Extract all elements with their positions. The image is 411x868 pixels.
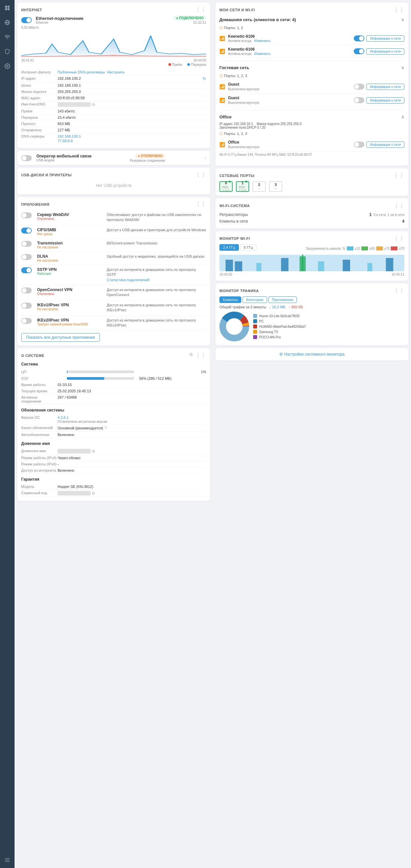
wifi-monitor-menu[interactable]: ⋮⋮ — [394, 235, 404, 242]
app-toggle-0[interactable] — [21, 212, 32, 218]
sidebar-menu-icon[interactable] — [3, 856, 12, 865]
traffic-up: ↑ 850 КБ — [289, 305, 303, 309]
traffic-monitor-menu[interactable]: ⋮⋮ — [394, 287, 404, 294]
app-status-3: Не настроено — [37, 259, 103, 262]
about-card: О СИСТЕМЕ ⚙ ⋮⋮ Система ЦП 1% ОЗУ 56% (28… — [17, 348, 210, 501]
about-menu-icon[interactable]: ⋮⋮ — [196, 352, 206, 359]
filter-configure[interactable]: Настроить — [107, 70, 125, 74]
app-desc-5: Доступ из интернета в домашнюю сеть по п… — [107, 287, 206, 298]
office-net-chevron[interactable]: ∧ — [401, 114, 404, 119]
domain-copy-icon[interactable]: ⧉ — [92, 449, 95, 454]
os-ver-value[interactable]: 4.2.6.1 — [58, 415, 69, 420]
freq-tab-5[interactable]: 5 ГГц — [240, 244, 257, 251]
office-network-section: Office ∧ IP-адрес 192.168.18.1 Маска под… — [219, 113, 404, 159]
guest-ports-row: ⬡ Порты: 1, 2, 3 — [219, 73, 404, 78]
app-name-1: CIFS/SMB — [37, 227, 103, 232]
office-net-header[interactable]: Office ∧ — [219, 113, 404, 121]
app-toggle-3[interactable] — [21, 254, 32, 260]
traffic-tab-clients[interactable]: Клиенты — [219, 297, 241, 303]
os-installed: Установлена актуальная версия — [58, 420, 107, 424]
office-toggle[interactable] — [354, 142, 364, 148]
mac-label: МАС-адрес — [21, 96, 58, 100]
help-icon[interactable]: ? — [105, 426, 107, 430]
home-dev2-info-btn[interactable]: Информация о сети — [366, 48, 404, 55]
networks-menu-icon[interactable]: ⋮⋮ — [394, 7, 404, 13]
freq-tab-24[interactable]: 2,4 ГГц — [219, 244, 239, 251]
sidebar-wifi-icon[interactable] — [3, 32, 12, 42]
apps-menu-icon[interactable]: ⋮⋮ — [196, 201, 206, 208]
app-name-6: IKEv1/IPsec VPN — [37, 303, 103, 307]
dns-value1[interactable]: 192.168.100.1 — [58, 134, 206, 138]
ethernet-name: Ethernet-подключение — [36, 16, 83, 21]
net-ports-menu[interactable]: ⋮⋮ — [394, 172, 404, 179]
usb-menu-icon[interactable]: ⋮⋮ — [196, 172, 206, 178]
guest-net-chevron[interactable]: ∨ — [401, 65, 404, 70]
app-toggle-5[interactable] — [21, 287, 32, 293]
home-net-chevron[interactable]: ∨ — [401, 17, 404, 22]
sidebar-grid-icon[interactable] — [3, 3, 12, 12]
app-status-6: Не настроено — [37, 307, 103, 311]
internet-access-value: Включено — [58, 468, 206, 472]
traffic-tab-apps[interactable]: Приложения — [268, 297, 297, 303]
traffic-tab-categories[interactable]: Категории — [242, 297, 267, 303]
home-dev1-change[interactable]: Изменить — [254, 39, 271, 43]
home-dev1-toggle[interactable] — [354, 35, 364, 41]
ram-label: ОЗУ — [21, 376, 64, 380]
internet-menu-icon[interactable]: ⋮⋮ — [196, 7, 206, 13]
app-toggle-4[interactable] — [21, 267, 32, 273]
home-dev2-change[interactable]: Изменить — [254, 52, 271, 56]
system-label: Система — [21, 362, 206, 367]
operator-card: Оператор мобильной связи USB-модем ● ОТК… — [17, 151, 210, 165]
filter-link[interactable]: Публичные DNS-резолверы — [58, 70, 105, 74]
guest-device-2: 📶 Guest Выключена вручную Информация о с… — [219, 94, 404, 107]
dns-value2[interactable]: 77.88.8.8 — [58, 139, 206, 143]
networks-title: МОИ СЕТИ И WI-FI — [219, 8, 255, 12]
operator-chevron[interactable]: › — [205, 156, 206, 160]
show-all-apps-button[interactable]: Показать все доступные приложения — [21, 333, 100, 342]
ram-bar — [67, 377, 134, 380]
svg-rect-13 — [219, 255, 404, 271]
model-value: Hopper SE (KN-3812) — [58, 485, 206, 489]
operator-name: Оператор мобильной связи — [36, 154, 91, 158]
guest-dev1-info-btn[interactable]: Информация о сети — [366, 84, 404, 90]
app-link-4[interactable]: Статистика подключений — [107, 278, 206, 282]
keen-value — [58, 102, 91, 107]
ch-leg-50-label: ≤50 — [369, 247, 375, 250]
wifi-icon-2: 📶 — [219, 49, 226, 54]
ip-refresh-icon[interactable]: ↻ — [203, 76, 206, 81]
wifi-system-menu[interactable]: ⋮⋮ — [394, 203, 404, 209]
recv-label: Приём — [21, 109, 58, 113]
sidebar-globe-icon[interactable] — [3, 18, 12, 27]
guest-dev2-info-btn[interactable]: Информация о сети — [366, 97, 404, 103]
app-toggle-2[interactable] — [21, 241, 32, 247]
legend-label-4: POCO-M4-Pro — [259, 335, 281, 339]
keen-copy-icon[interactable]: ⧉ — [92, 102, 95, 107]
svg-rect-19 — [318, 261, 324, 271]
app-row-4: SSTP VPNРаботаетДоступ из интернета в до… — [21, 265, 206, 285]
operator-toggle[interactable] — [21, 155, 32, 161]
os-ver-label: Версия ОС — [21, 415, 58, 424]
legend-label-2: HUAWEI-MatePad-8a48200bd7 — [259, 325, 306, 329]
office-info-btn[interactable]: Информация о сети — [366, 142, 404, 148]
ram-fill — [67, 377, 104, 380]
app-toggle-7[interactable] — [21, 318, 32, 324]
guest-dev2-toggle[interactable] — [354, 97, 364, 103]
guest-net-header[interactable]: Гостевая сеть ∨ — [219, 63, 404, 71]
sidebar-gear-icon[interactable] — [3, 62, 12, 71]
clients-label: Клиенты в сети — [219, 219, 248, 224]
app-toggle-1[interactable] — [21, 227, 32, 234]
about-settings-icon[interactable]: ⚙ — [189, 352, 193, 359]
serial-copy-icon[interactable]: ⧉ — [92, 491, 95, 496]
sys-monitor-link[interactable]: ⚙ Настройки системного монитора — [219, 352, 404, 356]
clients-row: Клиенты в сети 4 — [219, 218, 404, 225]
home-dev2-toggle[interactable] — [354, 48, 364, 54]
home-net-header[interactable]: Домашняя сеть (клиентов в сети: 4) ∨ — [219, 16, 404, 24]
svg-rect-0 — [5, 6, 7, 8]
ethernet-toggle[interactable] — [21, 17, 32, 23]
app-row-6: IKEv1/IPsec VPNНе настроеноДоступ из инт… — [21, 300, 206, 316]
sidebar-shield-icon[interactable] — [3, 47, 12, 56]
donut-chart — [219, 312, 249, 341]
guest-dev1-toggle[interactable] — [354, 84, 364, 90]
app-toggle-6[interactable] — [21, 303, 32, 309]
home-dev1-info-btn[interactable]: Информация о сети — [366, 35, 404, 42]
